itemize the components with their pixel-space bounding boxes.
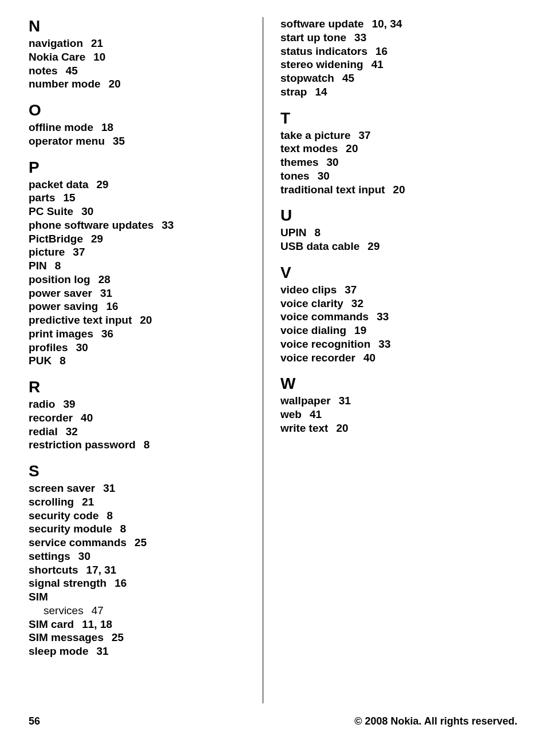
index-term: wallpaper (280, 395, 331, 407)
index-pages: 32 (66, 425, 78, 437)
index-term: status indicators (280, 45, 367, 57)
index-pages: 20 (346, 142, 358, 154)
index-term: PIN (29, 260, 47, 272)
index-letter: R (29, 378, 254, 396)
index-entry: stopwatch45 (280, 71, 506, 85)
index-entry: USB data cable29 (280, 240, 506, 253)
index-term: PC Suite (29, 205, 73, 217)
index-letter: W (280, 375, 506, 393)
index-pages: 14 (315, 86, 327, 98)
index-entry: voice clarity32 (280, 297, 506, 311)
index-term: strap (280, 86, 307, 98)
index-term: write text (280, 422, 328, 434)
index-entry: power saving16 (29, 300, 254, 313)
index-term: stereo widening (280, 58, 363, 70)
index-term: packet data (29, 178, 89, 190)
index-term: operator menu (29, 135, 105, 147)
index-term: profiles (29, 341, 68, 353)
index-term: PictBridge (29, 233, 83, 245)
index-entry: write text20 (280, 421, 506, 435)
index-pages: 16 (114, 577, 126, 589)
index-pages: 16 (106, 300, 118, 312)
index-pages: 40 (81, 412, 93, 424)
index-term: settings (29, 550, 70, 562)
index-term: start up tone (280, 31, 346, 43)
page-number: 56 (29, 715, 40, 727)
index-entry: scrolling21 (29, 495, 254, 509)
index-term: scrolling (29, 496, 74, 508)
index-pages: 10, 34 (372, 18, 402, 30)
index-pages: 30 (81, 205, 93, 217)
index-pages: 30 (318, 170, 330, 182)
index-term: tones (280, 170, 310, 182)
index-entry: SIM messages25 (29, 631, 254, 644)
index-entry: offline mode18 (29, 121, 254, 134)
index-term: print images (29, 328, 93, 340)
index-term: number mode (29, 78, 101, 90)
index-term: service commands (29, 536, 126, 548)
index-pages: 11, 18 (82, 618, 112, 630)
index-entry: PUK8 (29, 354, 254, 368)
index-pages: 28 (98, 273, 110, 285)
index-pages: 31 (339, 395, 351, 407)
index-pages: 20 (393, 184, 405, 196)
index-entry: traditional text input20 (280, 183, 506, 197)
index-entry: service commands25 (29, 536, 254, 550)
index-term: signal strength (29, 577, 106, 589)
index-pages: 45 (342, 72, 354, 84)
index-term: shortcuts (29, 564, 78, 576)
index-entry: PC Suite30 (29, 205, 254, 218)
index-entry: recorder40 (29, 411, 254, 425)
index-entry: voice recorder40 (280, 351, 506, 365)
index-term: offline mode (29, 121, 93, 133)
index-entry: software update10, 34 (280, 17, 506, 31)
index-entry: power saver31 (29, 287, 254, 300)
index-pages: 40 (363, 352, 375, 364)
index-entry: screen saver31 (29, 482, 254, 495)
index-term: phone software updates (29, 219, 154, 231)
index-term: redial (29, 425, 58, 437)
index-pages: 30 (327, 156, 339, 168)
index-term: web (280, 408, 302, 420)
index-entry: strap14 (280, 85, 506, 99)
index-term: USB data cable (280, 240, 359, 252)
index-term: restriction password (29, 439, 136, 451)
index-pages: 8 (120, 523, 126, 535)
index-entry: web41 (280, 408, 506, 421)
index-entry: stereo widening41 (280, 58, 506, 71)
index-entry: radio39 (29, 397, 254, 411)
index-pages: 29 (97, 178, 109, 190)
index-pages: 29 (367, 240, 379, 252)
index-term: voice clarity (280, 297, 343, 309)
index-entry: phone software updates33 (29, 218, 254, 232)
index-entry: text modes20 (280, 142, 506, 156)
index-entry: signal strength16 (29, 576, 254, 590)
index-entry: notes45 (29, 64, 254, 78)
index-entry: take a picture37 (280, 129, 506, 142)
index-term: radio (29, 398, 55, 410)
index-term: notes (29, 65, 58, 77)
index-entry: SIM (29, 590, 254, 604)
index-term: parts (29, 192, 55, 204)
index-term: UPIN (280, 226, 306, 238)
index-term: recorder (29, 412, 73, 424)
index-entry: parts15 (29, 191, 254, 205)
index-entry: voice recognition33 (280, 337, 506, 351)
index-term: SIM messages (29, 631, 104, 643)
index-entry: navigation21 (29, 37, 254, 50)
index-pages: 30 (76, 341, 88, 353)
index-letter: O (29, 101, 254, 120)
index-pages: 33 (354, 31, 366, 43)
index-entry: picture37 (29, 245, 254, 259)
index-pages: 8 (60, 355, 66, 367)
index-entry: predictive text input20 (29, 313, 254, 327)
index-term: sleep mode (29, 645, 89, 657)
index-pages: 31 (100, 287, 112, 299)
index-pages: 30 (78, 550, 90, 562)
index-entry: status indicators16 (280, 45, 506, 58)
index-entry: operator menu35 (29, 134, 254, 148)
index-letter: N (29, 17, 254, 35)
index-entry: Nokia Care10 (29, 50, 254, 64)
index-entry: wallpaper31 (280, 394, 506, 408)
index-column-left: Nnavigation21Nokia Care10notes45number m… (29, 17, 263, 703)
